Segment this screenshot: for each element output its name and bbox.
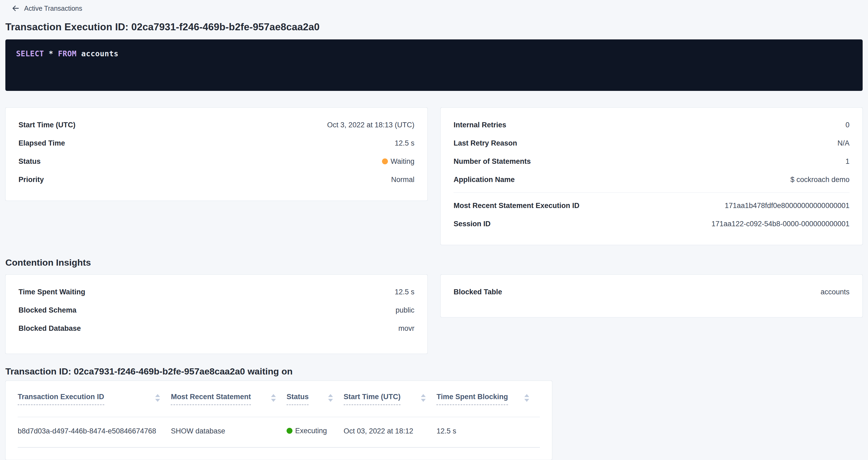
sql-keyword-select: SELECT — [16, 49, 44, 58]
contention-row-blocked-database: Blocked Database movr — [19, 319, 414, 337]
page-title: Transaction Execution ID: 02ca7931-f246-… — [5, 21, 863, 33]
details-row-application-name: Application Name $ cockroach demo — [454, 171, 849, 189]
elapsed-time-label: Elapsed Time — [19, 139, 65, 148]
last-retry-reason-label: Last Retry Reason — [454, 139, 517, 148]
sort-icon — [524, 394, 529, 402]
number-of-statements-value: 1 — [845, 157, 849, 166]
column-header-start-time[interactable]: Start Time (UTC) — [344, 392, 437, 405]
back-link-label: Active Transactions — [24, 4, 82, 13]
summary-cards-row: Start Time (UTC) Oct 3, 2022 at 18:13 (U… — [5, 108, 863, 245]
details-row-last-retry-reason: Last Retry Reason N/A — [454, 134, 849, 152]
column-header-label: Most Recent Statement — [171, 392, 251, 405]
blocked-schema-value: public — [395, 306, 414, 315]
waiting-on-table-header: Transaction Execution ID Most Recent Sta… — [18, 392, 540, 417]
sql-keyword-from: FROM — [58, 49, 76, 58]
cell-time-spent-blocking: 12.5 s — [436, 427, 540, 436]
summary-row-status: Status Waiting — [19, 152, 414, 171]
status-waiting-text: Waiting — [391, 157, 414, 166]
waiting-on-heading: Transaction ID: 02ca7931-f246-469b-b2fe-… — [5, 366, 863, 377]
contention-row-blocked-schema: Blocked Schema public — [19, 301, 414, 319]
transaction-details-card: Internal Retries 0 Last Retry Reason N/A… — [440, 108, 863, 245]
column-header-transaction-execution-id[interactable]: Transaction Execution ID — [18, 392, 171, 405]
application-name-label: Application Name — [454, 175, 515, 184]
application-name-value: $ cockroach demo — [790, 175, 849, 184]
details-row-session-id: Session ID 171aa122-c092-54b8-0000-00000… — [454, 215, 849, 233]
card-divider — [454, 192, 849, 193]
most-recent-statement-id-label: Most Recent Statement Execution ID — [454, 201, 580, 210]
sort-icon — [421, 394, 426, 402]
elapsed-time-value: 12.5 s — [395, 139, 414, 148]
back-link-active-transactions[interactable]: Active Transactions — [12, 4, 82, 13]
arrow-left-icon — [12, 5, 19, 12]
column-header-label: Start Time (UTC) — [344, 392, 401, 405]
status-value: Waiting — [382, 157, 414, 166]
blocked-table-label: Blocked Table — [454, 287, 502, 297]
contention-cards-row: Time Spent Waiting 12.5 s Blocked Schema… — [5, 275, 863, 354]
status-waiting-dot-icon — [382, 158, 388, 164]
contention-blocked-table-card: Blocked Table accounts — [440, 275, 863, 317]
details-row-internal-retries: Internal Retries 0 — [454, 116, 849, 134]
column-header-time-spent-blocking[interactable]: Time Spent Blocking — [436, 392, 540, 405]
summary-row-start-time: Start Time (UTC) Oct 3, 2022 at 18:13 (U… — [19, 116, 414, 134]
time-spent-waiting-value: 12.5 s — [395, 287, 414, 297]
summary-row-priority: Priority Normal — [19, 171, 414, 189]
column-header-most-recent-statement[interactable]: Most Recent Statement — [171, 392, 286, 405]
contention-insights-heading: Contention Insights — [5, 257, 863, 268]
blocked-table-value: accounts — [820, 287, 849, 297]
contention-row-time-spent-waiting: Time Spent Waiting 12.5 s — [19, 283, 414, 301]
sql-table-name: accounts — [81, 49, 119, 58]
cell-start-time: Oct 03, 2022 at 18:12 — [344, 427, 437, 436]
details-row-most-recent-statement-id: Most Recent Statement Execution ID 171aa… — [454, 196, 849, 215]
last-retry-reason-value: N/A — [837, 139, 849, 148]
blocked-database-value: movr — [398, 324, 414, 333]
sql-statement-box: SELECT * FROM accounts — [5, 39, 863, 91]
status-executing-dot-icon — [286, 428, 292, 434]
sort-icon — [155, 394, 160, 402]
column-header-status[interactable]: Status — [286, 392, 344, 405]
cell-most-recent-statement: SHOW database — [171, 427, 286, 436]
time-spent-waiting-label: Time Spent Waiting — [19, 287, 85, 297]
status-label: Status — [19, 157, 41, 166]
start-time-label: Start Time (UTC) — [19, 120, 75, 129]
column-header-label: Time Spent Blocking — [436, 392, 508, 405]
session-id-link[interactable]: 171aa122-c092-54b8-0000-000000000001 — [711, 219, 849, 228]
internal-retries-label: Internal Retries — [454, 120, 506, 129]
transaction-summary-card: Start Time (UTC) Oct 3, 2022 at 18:13 (U… — [5, 108, 428, 201]
start-time-value: Oct 3, 2022 at 18:13 (UTC) — [327, 120, 414, 129]
sort-icon — [328, 394, 333, 402]
status-executing-text: Executing — [295, 426, 327, 435]
table-row: b8d7d03a-d497-446b-8474-e50846674768 SHO… — [18, 417, 540, 448]
page-content: Active Transactions Transaction Executio… — [0, 0, 868, 460]
waiting-on-table-card: Transaction Execution ID Most Recent Sta… — [5, 381, 552, 460]
cell-transaction-execution-id: b8d7d03a-d497-446b-8474-e50846674768 — [18, 427, 171, 436]
blocked-database-label: Blocked Database — [19, 324, 81, 333]
column-header-label: Status — [286, 392, 309, 405]
priority-label: Priority — [19, 175, 44, 184]
contention-row-blocked-table: Blocked Table accounts — [454, 283, 849, 301]
session-id-label: Session ID — [454, 219, 491, 228]
most-recent-statement-id-link[interactable]: 171aa1b478fdf0e80000000000000001 — [725, 201, 850, 210]
cell-status: Executing — [286, 426, 344, 436]
number-of-statements-label: Number of Statements — [454, 157, 531, 166]
summary-row-elapsed-time: Elapsed Time 12.5 s — [19, 134, 414, 152]
column-header-label: Transaction Execution ID — [18, 392, 104, 405]
sql-star: * — [49, 49, 53, 58]
internal-retries-value: 0 — [845, 120, 849, 129]
sort-icon — [271, 394, 276, 402]
blocked-schema-label: Blocked Schema — [19, 306, 76, 315]
priority-value: Normal — [391, 175, 414, 184]
contention-waiting-card: Time Spent Waiting 12.5 s Blocked Schema… — [5, 275, 428, 354]
details-row-number-of-statements: Number of Statements 1 — [454, 152, 849, 171]
